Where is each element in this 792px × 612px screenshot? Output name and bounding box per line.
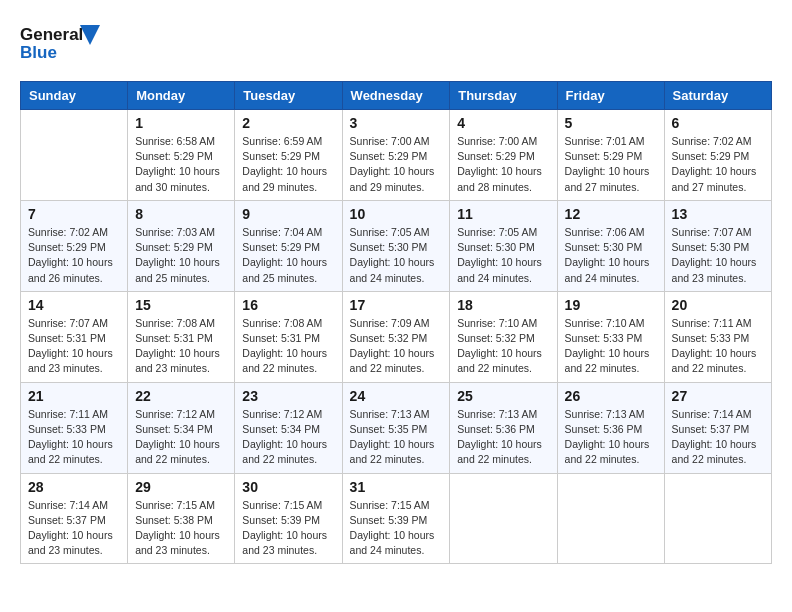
calendar-cell: 4Sunrise: 7:00 AM Sunset: 5:29 PM Daylig… xyxy=(450,110,557,201)
calendar-cell xyxy=(557,473,664,564)
calendar-cell: 28Sunrise: 7:14 AM Sunset: 5:37 PM Dayli… xyxy=(21,473,128,564)
day-number: 6 xyxy=(672,115,764,131)
weekday-header: Saturday xyxy=(664,82,771,110)
day-info: Sunrise: 7:03 AM Sunset: 5:29 PM Dayligh… xyxy=(135,225,227,286)
day-info: Sunrise: 7:02 AM Sunset: 5:29 PM Dayligh… xyxy=(28,225,120,286)
calendar-cell: 1Sunrise: 6:58 AM Sunset: 5:29 PM Daylig… xyxy=(128,110,235,201)
calendar-cell: 23Sunrise: 7:12 AM Sunset: 5:34 PM Dayli… xyxy=(235,382,342,473)
day-info: Sunrise: 7:00 AM Sunset: 5:29 PM Dayligh… xyxy=(457,134,549,195)
day-number: 3 xyxy=(350,115,443,131)
day-info: Sunrise: 6:59 AM Sunset: 5:29 PM Dayligh… xyxy=(242,134,334,195)
day-number: 18 xyxy=(457,297,549,313)
calendar-week-row: 21Sunrise: 7:11 AM Sunset: 5:33 PM Dayli… xyxy=(21,382,772,473)
day-number: 16 xyxy=(242,297,334,313)
calendar-cell: 22Sunrise: 7:12 AM Sunset: 5:34 PM Dayli… xyxy=(128,382,235,473)
day-info: Sunrise: 7:14 AM Sunset: 5:37 PM Dayligh… xyxy=(28,498,120,559)
calendar-cell: 13Sunrise: 7:07 AM Sunset: 5:30 PM Dayli… xyxy=(664,200,771,291)
day-number: 28 xyxy=(28,479,120,495)
day-number: 21 xyxy=(28,388,120,404)
day-info: Sunrise: 7:00 AM Sunset: 5:29 PM Dayligh… xyxy=(350,134,443,195)
calendar-table: SundayMondayTuesdayWednesdayThursdayFrid… xyxy=(20,81,772,564)
day-number: 7 xyxy=(28,206,120,222)
calendar-cell: 30Sunrise: 7:15 AM Sunset: 5:39 PM Dayli… xyxy=(235,473,342,564)
svg-text:Blue: Blue xyxy=(20,43,57,62)
day-info: Sunrise: 7:05 AM Sunset: 5:30 PM Dayligh… xyxy=(350,225,443,286)
day-info: Sunrise: 7:15 AM Sunset: 5:38 PM Dayligh… xyxy=(135,498,227,559)
calendar-cell: 5Sunrise: 7:01 AM Sunset: 5:29 PM Daylig… xyxy=(557,110,664,201)
day-info: Sunrise: 7:10 AM Sunset: 5:33 PM Dayligh… xyxy=(565,316,657,377)
day-number: 26 xyxy=(565,388,657,404)
day-info: Sunrise: 7:13 AM Sunset: 5:36 PM Dayligh… xyxy=(565,407,657,468)
day-number: 22 xyxy=(135,388,227,404)
calendar-week-row: 14Sunrise: 7:07 AM Sunset: 5:31 PM Dayli… xyxy=(21,291,772,382)
day-info: Sunrise: 7:13 AM Sunset: 5:36 PM Dayligh… xyxy=(457,407,549,468)
calendar-week-row: 1Sunrise: 6:58 AM Sunset: 5:29 PM Daylig… xyxy=(21,110,772,201)
logo-icon: GeneralBlue xyxy=(20,20,100,65)
calendar-cell: 11Sunrise: 7:05 AM Sunset: 5:30 PM Dayli… xyxy=(450,200,557,291)
calendar-cell: 6Sunrise: 7:02 AM Sunset: 5:29 PM Daylig… xyxy=(664,110,771,201)
weekday-header: Monday xyxy=(128,82,235,110)
day-number: 1 xyxy=(135,115,227,131)
calendar-week-row: 28Sunrise: 7:14 AM Sunset: 5:37 PM Dayli… xyxy=(21,473,772,564)
calendar-week-row: 7Sunrise: 7:02 AM Sunset: 5:29 PM Daylig… xyxy=(21,200,772,291)
day-info: Sunrise: 7:05 AM Sunset: 5:30 PM Dayligh… xyxy=(457,225,549,286)
page-header: GeneralBlue xyxy=(20,20,772,65)
calendar-cell: 16Sunrise: 7:08 AM Sunset: 5:31 PM Dayli… xyxy=(235,291,342,382)
day-number: 23 xyxy=(242,388,334,404)
weekday-header: Tuesday xyxy=(235,82,342,110)
day-number: 17 xyxy=(350,297,443,313)
day-number: 30 xyxy=(242,479,334,495)
calendar-cell: 27Sunrise: 7:14 AM Sunset: 5:37 PM Dayli… xyxy=(664,382,771,473)
day-info: Sunrise: 7:14 AM Sunset: 5:37 PM Dayligh… xyxy=(672,407,764,468)
calendar-cell: 9Sunrise: 7:04 AM Sunset: 5:29 PM Daylig… xyxy=(235,200,342,291)
day-number: 5 xyxy=(565,115,657,131)
day-number: 8 xyxy=(135,206,227,222)
day-number: 19 xyxy=(565,297,657,313)
calendar-cell: 20Sunrise: 7:11 AM Sunset: 5:33 PM Dayli… xyxy=(664,291,771,382)
day-number: 10 xyxy=(350,206,443,222)
calendar-cell: 25Sunrise: 7:13 AM Sunset: 5:36 PM Dayli… xyxy=(450,382,557,473)
day-info: Sunrise: 7:10 AM Sunset: 5:32 PM Dayligh… xyxy=(457,316,549,377)
calendar-cell: 2Sunrise: 6:59 AM Sunset: 5:29 PM Daylig… xyxy=(235,110,342,201)
calendar-cell: 17Sunrise: 7:09 AM Sunset: 5:32 PM Dayli… xyxy=(342,291,450,382)
day-info: Sunrise: 7:09 AM Sunset: 5:32 PM Dayligh… xyxy=(350,316,443,377)
calendar-cell: 19Sunrise: 7:10 AM Sunset: 5:33 PM Dayli… xyxy=(557,291,664,382)
day-info: Sunrise: 7:01 AM Sunset: 5:29 PM Dayligh… xyxy=(565,134,657,195)
day-info: Sunrise: 7:07 AM Sunset: 5:30 PM Dayligh… xyxy=(672,225,764,286)
calendar-cell xyxy=(664,473,771,564)
weekday-header: Friday xyxy=(557,82,664,110)
calendar-cell: 10Sunrise: 7:05 AM Sunset: 5:30 PM Dayli… xyxy=(342,200,450,291)
day-number: 2 xyxy=(242,115,334,131)
calendar-header-row: SundayMondayTuesdayWednesdayThursdayFrid… xyxy=(21,82,772,110)
day-info: Sunrise: 7:13 AM Sunset: 5:35 PM Dayligh… xyxy=(350,407,443,468)
day-info: Sunrise: 6:58 AM Sunset: 5:29 PM Dayligh… xyxy=(135,134,227,195)
calendar-cell: 3Sunrise: 7:00 AM Sunset: 5:29 PM Daylig… xyxy=(342,110,450,201)
day-number: 15 xyxy=(135,297,227,313)
calendar-cell: 26Sunrise: 7:13 AM Sunset: 5:36 PM Dayli… xyxy=(557,382,664,473)
calendar-cell: 21Sunrise: 7:11 AM Sunset: 5:33 PM Dayli… xyxy=(21,382,128,473)
calendar-cell: 29Sunrise: 7:15 AM Sunset: 5:38 PM Dayli… xyxy=(128,473,235,564)
day-info: Sunrise: 7:11 AM Sunset: 5:33 PM Dayligh… xyxy=(672,316,764,377)
calendar-cell: 31Sunrise: 7:15 AM Sunset: 5:39 PM Dayli… xyxy=(342,473,450,564)
day-info: Sunrise: 7:02 AM Sunset: 5:29 PM Dayligh… xyxy=(672,134,764,195)
day-info: Sunrise: 7:12 AM Sunset: 5:34 PM Dayligh… xyxy=(242,407,334,468)
calendar-cell xyxy=(450,473,557,564)
day-info: Sunrise: 7:12 AM Sunset: 5:34 PM Dayligh… xyxy=(135,407,227,468)
day-number: 20 xyxy=(672,297,764,313)
day-number: 31 xyxy=(350,479,443,495)
calendar-cell: 18Sunrise: 7:10 AM Sunset: 5:32 PM Dayli… xyxy=(450,291,557,382)
svg-text:General: General xyxy=(20,25,83,44)
day-info: Sunrise: 7:06 AM Sunset: 5:30 PM Dayligh… xyxy=(565,225,657,286)
day-info: Sunrise: 7:15 AM Sunset: 5:39 PM Dayligh… xyxy=(242,498,334,559)
day-number: 12 xyxy=(565,206,657,222)
logo: GeneralBlue xyxy=(20,20,100,65)
day-info: Sunrise: 7:04 AM Sunset: 5:29 PM Dayligh… xyxy=(242,225,334,286)
day-number: 29 xyxy=(135,479,227,495)
day-number: 27 xyxy=(672,388,764,404)
calendar-cell: 15Sunrise: 7:08 AM Sunset: 5:31 PM Dayli… xyxy=(128,291,235,382)
day-info: Sunrise: 7:07 AM Sunset: 5:31 PM Dayligh… xyxy=(28,316,120,377)
calendar-cell: 24Sunrise: 7:13 AM Sunset: 5:35 PM Dayli… xyxy=(342,382,450,473)
day-number: 4 xyxy=(457,115,549,131)
day-info: Sunrise: 7:11 AM Sunset: 5:33 PM Dayligh… xyxy=(28,407,120,468)
day-number: 25 xyxy=(457,388,549,404)
